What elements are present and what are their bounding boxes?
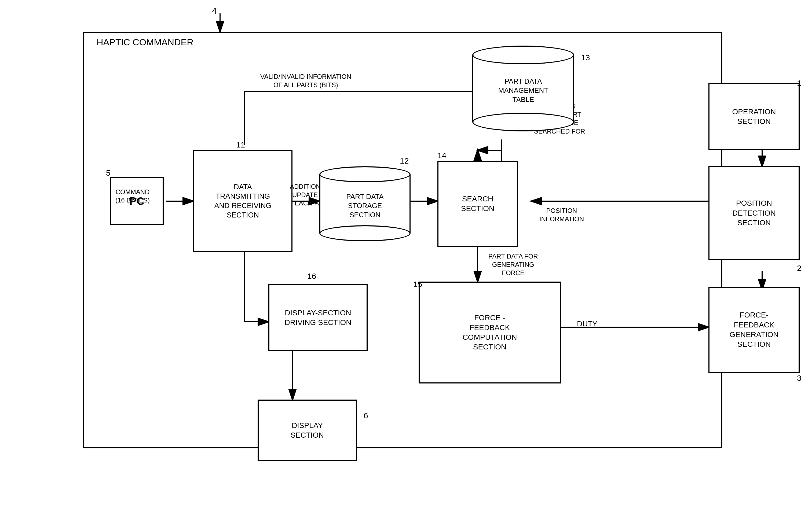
- duty-label: DUTY: [577, 319, 597, 329]
- ref-13-label: 13: [581, 52, 590, 63]
- part-data-mgmt-container: PART DATA MANAGEMENT TABLE: [472, 46, 574, 131]
- part-data-storage-label: PART DATA STORAGE SECTION: [346, 192, 383, 219]
- part-data-force-label: PART DATA FOR GENERATING FORCE: [488, 252, 538, 277]
- ref-5-label: 5: [106, 168, 111, 178]
- force-feedback-gen-box: FORCE- FEEDBACK GENERATION SECTION: [708, 287, 800, 373]
- display-section-driving-box: DISPLAY-SECTION DRIVING SECTION: [268, 284, 368, 351]
- data-transmitting-label: DATA TRANSMITTING AND RECEIVING SECTION: [214, 182, 271, 220]
- force-feedback-gen-label: FORCE- FEEDBACK GENERATION SECTION: [729, 310, 779, 350]
- ref-4-label: 4: [212, 5, 217, 17]
- search-section-box: SEARCH SECTION: [437, 161, 518, 247]
- ref-15-label: 15: [413, 279, 422, 289]
- data-transmitting-box: DATA TRANSMITTING AND RECEIVING SECTION: [193, 150, 292, 252]
- ref-2-label: 2: [797, 263, 802, 273]
- valid-invalid-label: VALID/INVALID INFORMATION OF ALL PARTS (…: [260, 72, 351, 89]
- command-label: COMMAND (16 BYTES): [115, 188, 150, 204]
- ref-1-label: 1: [797, 78, 802, 88]
- part-data-storage-container: PART DATA STORAGE SECTION: [319, 166, 411, 241]
- position-detection-label: POSITION DETECTION SECTION: [732, 199, 776, 228]
- position-info-label: POSITION INFORMATION: [539, 207, 584, 223]
- diagram-arrows: [0, 0, 812, 513]
- position-detection-box: POSITION DETECTION SECTION: [708, 166, 800, 260]
- ref-6-label: 6: [364, 410, 368, 421]
- ref-12-label: 12: [400, 155, 409, 166]
- ref-14-label: 14: [437, 150, 446, 161]
- force-feedback-comp-label: FORCE - FEEDBACK COMPUTATION SECTION: [463, 313, 517, 352]
- display-section-driving-label: DISPLAY-SECTION DRIVING SECTION: [285, 308, 351, 328]
- operation-section-label: OPERATION SECTION: [732, 107, 776, 127]
- ref-3-label: 3: [797, 373, 802, 383]
- ref-11-label: 11: [236, 140, 245, 150]
- display-section-box: DISPLAY SECTION: [258, 399, 357, 461]
- force-feedback-comp-box: FORCE - FEEDBACK COMPUTATION SECTION: [418, 281, 561, 384]
- display-section-label: DISPLAY SECTION: [291, 421, 324, 440]
- part-data-mgmt-label: PART DATA MANAGEMENT TABLE: [498, 77, 548, 104]
- operation-section-box: OPERATION SECTION: [708, 83, 800, 150]
- search-section-label: SEARCH SECTION: [461, 194, 494, 214]
- haptic-commander-title: HAPTIC COMMANDER: [96, 36, 194, 48]
- ref-16-label: 16: [307, 271, 316, 281]
